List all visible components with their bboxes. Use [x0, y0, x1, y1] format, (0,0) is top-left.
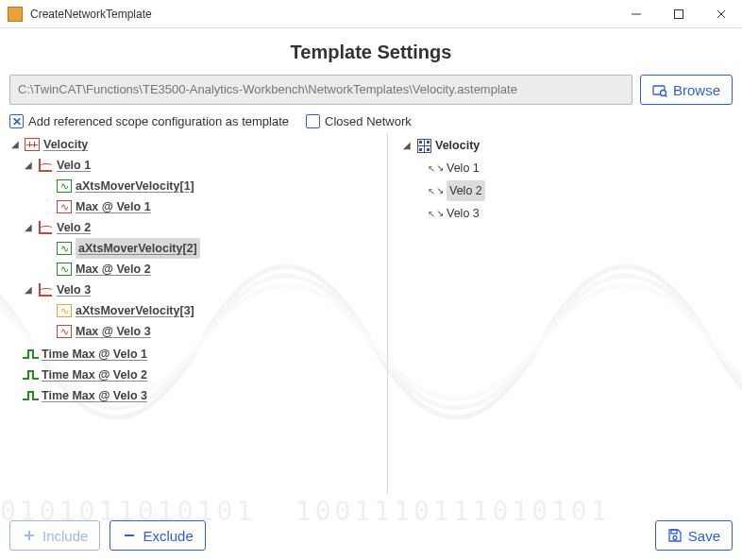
- tree-item[interactable]: · Max @ Velo 2: [9, 259, 379, 280]
- pulse-icon: [23, 389, 38, 402]
- close-icon: [714, 7, 729, 22]
- network-item[interactable]: Velo 1: [401, 157, 733, 179]
- network-tree: ◢ Velocity Velo 1 Velo 2: [388, 134, 733, 493]
- minus-icon: [122, 528, 137, 543]
- include-button-label: Include: [42, 528, 88, 544]
- pulse-icon: [23, 368, 38, 382]
- tree-item-label: Time Max @ Velo 3: [42, 385, 147, 406]
- template-path-input[interactable]: C:\TwinCAT\Functions\TE3500-Analytics-Wo…: [9, 75, 632, 105]
- axis-icon: [38, 221, 53, 234]
- close-button[interactable]: [700, 0, 742, 28]
- svg-rect-10: [671, 530, 677, 534]
- tree-item[interactable]: · Max @ Velo 1: [9, 196, 379, 217]
- include-button[interactable]: Include: [9, 520, 100, 551]
- maximize-icon: [671, 7, 686, 22]
- checkbox-checked-icon: ✕: [9, 114, 24, 128]
- network-item-label: Velo 3: [447, 203, 480, 224]
- closed-network-checkbox[interactable]: ✕ Closed Network: [306, 114, 412, 128]
- network-item-label: Velo 2: [447, 180, 485, 201]
- exclude-button-label: Exclude: [143, 528, 193, 544]
- grid-icon: [416, 139, 431, 152]
- tree-item[interactable]: · Max @ Velo 3: [9, 321, 379, 342]
- maximize-button[interactable]: [657, 0, 700, 28]
- axis-icon: [38, 159, 53, 172]
- scope-tree: ◢ Velocity ◢ Velo 1 · aXtsMoverVelocity[…: [9, 134, 387, 493]
- tree-item-label: aXtsMoverVelocity[2]: [76, 238, 200, 259]
- tree-item[interactable]: Time Max @ Velo 3: [9, 385, 379, 406]
- signal-green-icon: [57, 263, 72, 276]
- svg-line-6: [666, 95, 667, 97]
- arrows-icon: [428, 184, 443, 197]
- chevron-down-icon[interactable]: ◢: [23, 280, 34, 300]
- tree-item[interactable]: · aXtsMoverVelocity[3]: [9, 300, 379, 321]
- chevron-down-icon[interactable]: ◢: [9, 134, 21, 155]
- browse-button[interactable]: Browse: [640, 75, 733, 105]
- page-title: Template Settings: [9, 42, 733, 63]
- tree-item[interactable]: · aXtsMoverVelocity[1]: [9, 176, 379, 196]
- tree-item[interactable]: · aXtsMoverVelocity[2]: [9, 238, 379, 259]
- tree-group[interactable]: ◢ Velo 2: [9, 217, 379, 238]
- tree-root[interactable]: ◢ Velocity: [9, 134, 379, 155]
- add-ref-checkbox[interactable]: ✕ Add referenced scope configuration as …: [9, 114, 289, 128]
- tree-group-label: Velo 1: [57, 155, 91, 176]
- signal-green-icon: [57, 242, 72, 255]
- tree-item[interactable]: Time Max @ Velo 2: [9, 365, 379, 385]
- save-icon: [667, 528, 683, 543]
- plus-icon: [22, 528, 37, 543]
- tree-item[interactable]: Time Max @ Velo 1: [9, 344, 379, 365]
- save-button[interactable]: Save: [655, 520, 733, 551]
- tree-item-label: Max @ Velo 1: [76, 196, 151, 217]
- network-item[interactable]: Velo 2: [401, 179, 733, 202]
- network-item[interactable]: Velo 3: [401, 202, 733, 225]
- exclude-button[interactable]: Exclude: [110, 520, 205, 551]
- browse-icon: [652, 82, 667, 97]
- network-root-label: Velocity: [435, 135, 480, 156]
- tree-group[interactable]: ◢ Velo 3: [9, 280, 379, 300]
- chevron-down-icon[interactable]: ◢: [23, 217, 34, 238]
- titlebar: CreateNetworkTemplate: [0, 0, 742, 28]
- scope-icon: [25, 138, 40, 151]
- tree-group-label: Velo 2: [57, 217, 91, 238]
- checkbox-empty-icon: ✕: [306, 114, 320, 128]
- arrows-icon: [428, 161, 443, 175]
- minimize-icon: [629, 7, 644, 22]
- pulse-icon: [23, 348, 38, 361]
- signal-green-icon: [57, 179, 72, 193]
- add-ref-label: Add referenced scope configuration as te…: [28, 114, 289, 128]
- window-title: CreateNetworkTemplate: [30, 8, 615, 21]
- svg-rect-1: [674, 9, 683, 18]
- signal-red-icon: [57, 325, 72, 338]
- arrows-icon: [428, 207, 443, 220]
- tree-item-label: Max @ Velo 2: [76, 259, 151, 280]
- network-item-label: Velo 1: [447, 158, 480, 178]
- minimize-button[interactable]: [615, 0, 657, 28]
- tree-item-label: aXtsMoverVelocity[1]: [76, 176, 194, 196]
- network-root[interactable]: ◢ Velocity: [401, 134, 733, 157]
- axis-icon: [38, 283, 53, 297]
- window-controls: [615, 0, 742, 28]
- svg-point-11: [673, 536, 677, 540]
- signal-orange-icon: [57, 304, 72, 317]
- tree-root-label: Velocity: [43, 134, 88, 155]
- browse-button-label: Browse: [673, 82, 720, 98]
- tree-group-label: Velo 3: [57, 280, 91, 300]
- save-button-label: Save: [688, 528, 720, 544]
- chevron-down-icon[interactable]: ◢: [401, 135, 413, 156]
- chevron-down-icon[interactable]: ◢: [23, 155, 34, 176]
- tree-item-label: Time Max @ Velo 2: [42, 365, 147, 385]
- app-icon: [8, 7, 23, 22]
- svg-point-5: [660, 91, 666, 96]
- signal-red-icon: [57, 200, 72, 213]
- tree-item-label: Max @ Velo 3: [76, 321, 151, 342]
- tree-item-label: aXtsMoverVelocity[3]: [76, 300, 194, 321]
- closed-network-label: Closed Network: [325, 114, 412, 128]
- tree-group[interactable]: ◢ Velo 1: [9, 155, 379, 176]
- tree-item-label: Time Max @ Velo 1: [42, 344, 147, 365]
